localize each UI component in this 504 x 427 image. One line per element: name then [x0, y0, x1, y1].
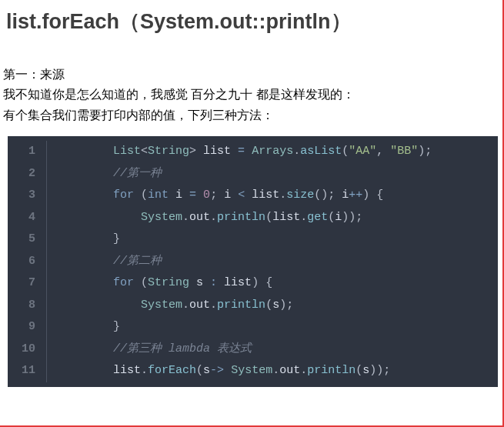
token-comment: //第三种 lambda 表达式	[113, 342, 252, 355]
token-oper: :	[210, 276, 224, 289]
token-type: Arrays	[252, 145, 293, 158]
token-type: String	[148, 145, 189, 158]
token-punct: >	[189, 145, 203, 158]
token-func: println	[307, 364, 355, 377]
line-number: 2	[22, 163, 35, 185]
code-line: System.out.println(s);	[58, 295, 432, 317]
line-number: 8	[22, 295, 35, 317]
code-line: //第三种 lambda 表达式	[58, 339, 432, 361]
token-punct: ;	[210, 188, 224, 202]
token-string: "AA"	[349, 145, 376, 158]
code-lines: List<String> list = Arrays.asList("AA", …	[47, 141, 432, 382]
token-punct: (	[134, 188, 148, 202]
token-punct: (	[342, 145, 349, 158]
token-plain	[113, 211, 141, 224]
token-plain: i	[169, 188, 189, 202]
token-plain: list	[203, 145, 238, 158]
token-oper: ->	[210, 364, 231, 377]
token-plain: list	[113, 364, 141, 377]
code-line: //第二种	[58, 251, 432, 273]
token-plain: out	[279, 364, 300, 377]
token-punct: (	[265, 299, 272, 312]
token-keyword: for	[113, 276, 134, 289]
token-punct: );	[418, 145, 432, 158]
line-number: 10	[22, 339, 35, 361]
token-func: println	[217, 211, 265, 224]
token-punct: .	[182, 211, 189, 224]
line-number: 5	[22, 229, 35, 251]
token-type: System	[231, 364, 272, 377]
paragraph-1: 第一：来源	[0, 65, 502, 85]
line-number: 1	[22, 141, 35, 163]
code-line: }	[58, 316, 432, 339]
token-oper: ++	[349, 188, 362, 202]
token-punct: ();	[314, 188, 342, 202]
token-punct: }	[113, 320, 120, 333]
token-plain: i	[342, 188, 349, 202]
token-punct: .	[300, 364, 307, 377]
code-line: }	[58, 229, 432, 251]
code-line: //第一种	[58, 163, 432, 185]
token-plain: s	[362, 364, 369, 377]
token-punct: (	[134, 276, 148, 289]
token-punct: ));	[342, 211, 362, 224]
token-oper: =	[238, 145, 252, 158]
token-punct: (	[265, 211, 272, 224]
line-number: 6	[22, 251, 35, 273]
token-comment: //第二种	[113, 255, 162, 268]
code-line: System.out.println(list.get(i));	[58, 207, 432, 229]
token-punct: .	[272, 364, 279, 377]
paragraph-2: 我不知道你是怎么知道的，我感觉 百分之九十 都是这样发现的：	[0, 85, 502, 105]
line-number: 3	[22, 185, 35, 207]
token-comment: //第一种	[113, 167, 162, 180]
token-type: String	[148, 276, 189, 289]
token-func: asList	[300, 145, 342, 158]
token-punct: (	[328, 211, 335, 224]
token-punct: .	[279, 188, 286, 202]
token-oper: =	[189, 188, 203, 202]
token-plain: list	[252, 188, 279, 202]
code-line: for (String s : list) {	[58, 272, 432, 295]
code-block: 1234567891011 List<String> list = Arrays…	[8, 136, 498, 387]
token-punct: .	[141, 364, 148, 377]
token-punct: (	[355, 364, 362, 377]
token-punct: ) {	[252, 276, 272, 289]
token-func: println	[217, 299, 265, 312]
line-number: 4	[22, 207, 35, 229]
token-plain: out	[189, 299, 210, 312]
token-func: size	[286, 188, 314, 202]
token-punct: ,	[376, 145, 390, 158]
token-plain: i	[335, 211, 342, 224]
line-number: 9	[22, 316, 35, 339]
token-plain	[113, 299, 141, 312]
token-number: 0	[203, 188, 210, 202]
token-keyword: for	[113, 188, 134, 202]
token-punct: .	[300, 211, 307, 224]
token-plain: s	[203, 364, 210, 377]
code-gutter: 1234567891011	[8, 141, 47, 382]
token-type: List	[113, 145, 141, 158]
token-plain: s	[189, 276, 210, 289]
line-number: 11	[22, 360, 35, 382]
token-punct: .	[210, 299, 217, 312]
paragraph-3: 有个集合我们需要打印内部的值，下列三种方法：	[0, 105, 502, 125]
page-title: list.forEach（System.out::println）	[0, 5, 502, 38]
token-punct: }	[113, 232, 120, 245]
token-type: System	[141, 211, 182, 224]
token-punct: ) {	[362, 188, 383, 202]
code-line: list.forEach(s-> System.out.println(s));	[58, 360, 432, 382]
line-number: 7	[22, 272, 35, 295]
token-func: forEach	[148, 364, 196, 377]
token-oper: <	[238, 188, 252, 202]
token-string: "BB"	[390, 145, 418, 158]
token-punct: );	[279, 299, 293, 312]
token-plain: out	[189, 211, 210, 224]
token-punct: .	[182, 299, 189, 312]
token-plain: list	[224, 276, 252, 289]
token-func: get	[307, 211, 328, 224]
token-plain: list	[272, 211, 300, 224]
token-punct: <	[141, 145, 148, 158]
token-type: System	[141, 299, 182, 312]
code-line: List<String> list = Arrays.asList("AA", …	[58, 141, 432, 163]
token-punct: (	[196, 364, 203, 377]
